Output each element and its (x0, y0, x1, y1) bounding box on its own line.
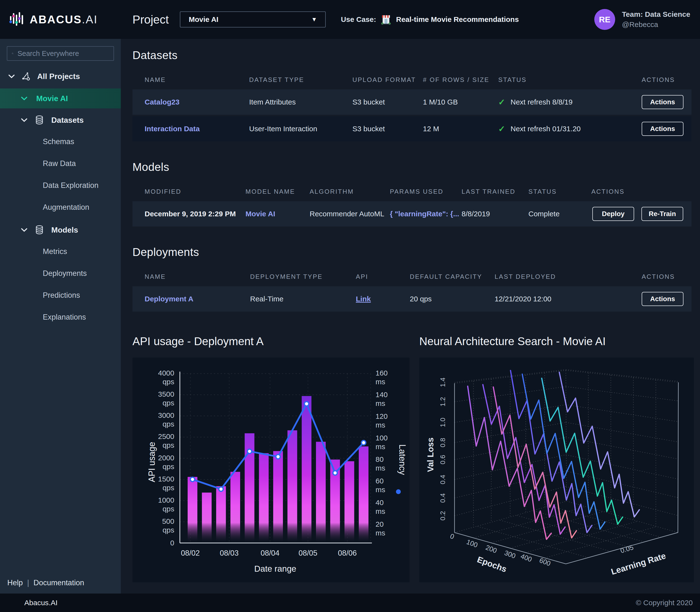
svg-text:08/06: 08/06 (338, 549, 357, 557)
cell-text: Item Attributes (249, 98, 352, 106)
svg-text:500qps: 500qps (162, 517, 174, 534)
api-usage-chart: 4000qps3500qps3000qps2500qps2000qps1500q… (132, 358, 409, 582)
chevron-down-icon (21, 118, 27, 122)
column-header-actions: ACTIONS (642, 273, 691, 280)
cell-link-link[interactable]: Link (356, 295, 410, 303)
svg-text:3000qps: 3000qps (158, 411, 174, 428)
actions-cell: Actions (642, 292, 692, 306)
sidebar-item-raw-data[interactable]: Raw Data (0, 153, 121, 175)
models-section: Models MODIFIEDMODEL NAMEALGORITHMPARAMS… (132, 161, 691, 226)
sidebar-nav: All ProjectsMovie AIDatasetsSchemasRaw D… (0, 66, 121, 328)
column-header-upload-format: UPLOAD FORMAT (352, 76, 423, 84)
cell-link-learningrate[interactable]: { "learningRate": {... (390, 210, 462, 218)
deployments-table: NAMEDEPLOYMENT TYPEAPIDEFAULT CAPACITYLA… (132, 267, 691, 311)
cell-text: 8/8/2019 (462, 210, 528, 218)
cell-text: Recommender AutoML (310, 210, 390, 218)
avatar[interactable]: RE (594, 9, 615, 30)
svg-text:300: 300 (503, 549, 517, 560)
column-header-algorithm: ALGORITHM (310, 188, 390, 195)
column-header-params-used: PARAMS USED (390, 188, 462, 195)
footer-copyright: © Copyright 2020 (636, 599, 693, 607)
svg-text:1000qps: 1000qps (158, 496, 174, 513)
models-table: MODIFIEDMODEL NAMEALGORITHMPARAMS USEDLA… (132, 182, 691, 226)
cell-text: Real-Time (250, 295, 356, 303)
cell-text: User-Item Interaction (249, 125, 352, 133)
cell-text: S3 bucket (352, 125, 423, 133)
sidebar-item-label: All Projects (37, 72, 80, 81)
sidebar-item-label: Data Exploration (43, 181, 98, 190)
svg-text:0.8: 0.8 (439, 438, 447, 447)
cell-text: 12 M (423, 125, 498, 133)
sidebar-footer: Help | Documentation (7, 579, 84, 587)
status-cell: ✓Next refresh 8/8/19 (498, 97, 642, 107)
sidebar-item-all-projects[interactable]: All Projects (0, 66, 121, 86)
svg-text:2500qps: 2500qps (158, 432, 174, 449)
svg-text:Date range: Date range (254, 564, 296, 573)
svg-text:140ms: 140ms (376, 391, 388, 407)
top-header: ABACUS.AI Project Movie AI ▼ Use Case: R… (0, 0, 700, 39)
search-icon (12, 49, 14, 58)
svg-text:100: 100 (465, 538, 479, 549)
team-name: Team: Data Science (622, 10, 690, 18)
sidebar-item-label: Predictions (43, 291, 80, 300)
cell-link-deployment-a[interactable]: Deployment A (145, 295, 250, 303)
actions-cell: Actions (642, 95, 692, 109)
sidebar-item-label: Datasets (51, 116, 84, 125)
re-train-button[interactable]: Re-Train (641, 207, 683, 221)
status-cell: ✓Next refresh 01/31.20 (498, 124, 642, 134)
page-footer: Abacus.AI © Copyright 2020 (0, 594, 700, 612)
actions-button[interactable]: Actions (642, 292, 684, 306)
sidebar-item-explanations[interactable]: Explanations (0, 306, 121, 328)
datasets-section: Datasets NAMEDATASET TYPEUPLOAD FORMAT# … (132, 48, 691, 141)
actions-button[interactable]: Actions (642, 95, 684, 109)
column-header-of-rows-size: # OF ROWS / SIZE (423, 76, 498, 84)
svg-text:60ms: 60ms (376, 477, 385, 493)
sidebar-item-deployments[interactable]: Deployments (0, 263, 121, 284)
sidebar-item-label: Metrics (43, 247, 67, 256)
brand-logo[interactable]: ABACUS.AI (0, 12, 121, 27)
sidebar-item-metrics[interactable]: Metrics (0, 241, 121, 263)
svg-text:API usage: API usage (147, 442, 157, 482)
table-header-row: NAMEDATASET TYPEUPLOAD FORMAT# OF ROWS /… (132, 70, 691, 89)
table-header-row: MODIFIEDMODEL NAMEALGORITHMPARAMS USEDLA… (132, 182, 691, 201)
sidebar-item-predictions[interactable]: Predictions (0, 284, 121, 306)
sidebar-item-movie-ai[interactable]: Movie AI (0, 88, 121, 108)
sidebar-item-models[interactable]: Models (0, 219, 121, 241)
nas-title: Neural Architecture Search - Movie AI (419, 335, 694, 348)
cell-text: December 9, 2019 2:29 PM (145, 210, 246, 218)
svg-text:08/03: 08/03 (220, 549, 239, 557)
cell-link-interaction-data[interactable]: Interaction Data (145, 125, 249, 133)
column-header-dataset-type: DATASET TYPE (249, 76, 352, 84)
project-select[interactable]: Movie AI ▼ (180, 11, 326, 27)
svg-text:120ms: 120ms (376, 412, 388, 429)
cell-link-catalog23[interactable]: Catalog23 (145, 98, 249, 106)
help-link[interactable]: Help (7, 579, 23, 587)
svg-text:80ms: 80ms (376, 455, 385, 472)
cell-text: 20 qps (410, 295, 495, 303)
cell-text: S3 bucket (352, 98, 423, 106)
status-text: Next refresh 8/8/19 (511, 98, 573, 106)
search-input[interactable] (17, 50, 109, 58)
sidebar-item-schemas[interactable]: Schemas (0, 131, 121, 153)
sidebar-item-data-exploration[interactable]: Data Exploration (0, 175, 121, 196)
svg-text:Learning Rate: Learning Rate (610, 551, 667, 576)
svg-text:08/02: 08/02 (181, 549, 200, 557)
sidebar-item-augmentation[interactable]: Augmentation (0, 196, 121, 218)
cell-link-movie-ai[interactable]: Movie AI (246, 210, 310, 218)
project-label: Project (132, 13, 169, 26)
chevron-down-icon: ▼ (311, 16, 317, 23)
sidebar-item-datasets[interactable]: Datasets (0, 109, 121, 131)
sidebar: All ProjectsMovie AIDatasetsSchemasRaw D… (0, 39, 121, 594)
sidebar-item-label: Augmentation (43, 203, 89, 212)
column-header-last-trained: LAST TRAINED (462, 188, 528, 195)
store-icon (380, 14, 392, 25)
column-header-actions: ACTIONS (591, 188, 691, 195)
documentation-link[interactable]: Documentation (33, 579, 84, 587)
deploy-button[interactable]: Deploy (592, 207, 634, 221)
status-text: Next refresh 01/31.20 (511, 125, 581, 133)
use-case-value: Real-time Movie Recommendations (396, 15, 519, 24)
svg-text:Val Loss: Val Loss (425, 437, 435, 472)
use-case: Use Case: Real-time Movie Recommendation… (341, 14, 519, 25)
column-header-status: STATUS (528, 188, 591, 195)
actions-button[interactable]: Actions (642, 122, 684, 136)
